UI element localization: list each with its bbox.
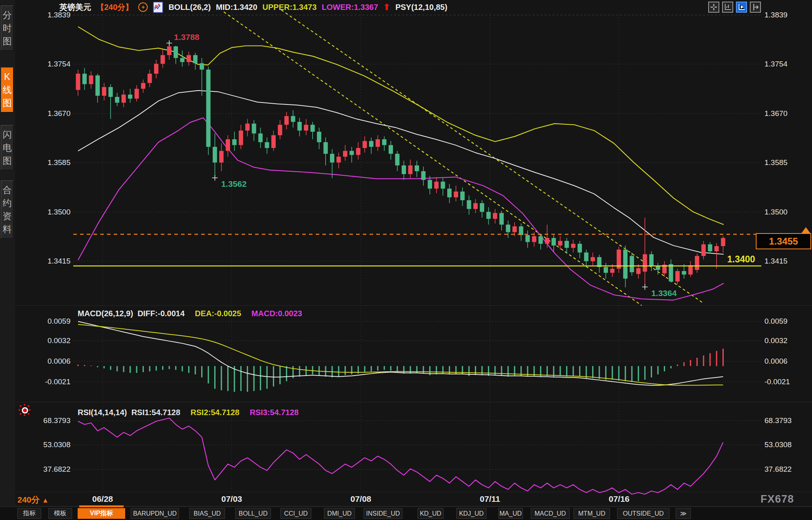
add-indicator-icon[interactable]: +	[138, 2, 148, 12]
rsi-line	[78, 418, 723, 494]
sidebar-item-1[interactable]: 分时图	[1, 6, 13, 51]
candle-body	[513, 226, 517, 232]
period-up-triangle-icon: ▲	[42, 497, 49, 504]
crosshair-tool-icon[interactable]	[708, 2, 719, 13]
candle-body	[102, 87, 106, 96]
candle-body	[304, 125, 308, 131]
sidebar-item-char: 合	[3, 185, 12, 195]
candle-body	[128, 95, 132, 99]
chart-canvas[interactable]: 1.34001.38391.38391.37541.37541.36701.36…	[0, 0, 812, 520]
bottom-tab-6[interactable]: BOLL_UD	[235, 508, 271, 519]
rsi-axis-label-left: 53.0308	[43, 440, 71, 449]
date-axis-label: 06/28	[92, 494, 113, 503]
bottom-tab-12[interactable]: MA_UD	[498, 508, 523, 519]
bottom-tab-13[interactable]: MACD_UD	[531, 508, 570, 519]
candle-body	[109, 87, 113, 97]
sidebar-item-char: K	[4, 72, 10, 82]
sidebar-item-3[interactable]: 闪电图	[1, 125, 13, 170]
candle-body	[122, 95, 126, 103]
candle-body	[167, 46, 172, 55]
candle-body	[408, 165, 412, 174]
candle-body	[291, 116, 295, 122]
bottom-tab-16[interactable]: ≫	[676, 508, 691, 519]
macd-axis-label-left: 0.0032	[48, 336, 71, 345]
boll-mid-band	[78, 91, 724, 254]
candle-body	[278, 125, 282, 135]
sidebar-item-char: 电	[3, 142, 12, 153]
candle-body	[82, 74, 87, 84]
price-axis-label-right: 1.3500	[764, 208, 787, 216]
bottom-tab-2[interactable]: 模板	[48, 508, 72, 519]
candle-body	[193, 55, 198, 63]
mini-chart-icon[interactable]	[153, 2, 163, 13]
macd-axis-label-right: -0.0021	[764, 378, 790, 386]
period-label: 【240分】	[96, 2, 133, 13]
candle-body	[369, 141, 374, 147]
candle-body	[591, 257, 595, 261]
bottom-tab-1[interactable]: 指标	[17, 508, 41, 519]
chart-scrollbar-thumb[interactable]	[79, 505, 124, 507]
candle-body	[532, 236, 536, 242]
candle-body	[402, 165, 406, 174]
chart-toolbar	[708, 2, 761, 13]
candle-body	[578, 244, 582, 252]
bottom-tab-10[interactable]: KD_UD	[417, 508, 444, 519]
bottom-tab-7[interactable]: CCI_UD	[280, 508, 311, 519]
candle-body	[219, 151, 223, 162]
candle-body	[669, 264, 673, 281]
symbol-name: 英镑美元	[59, 2, 91, 13]
play-chart-tool-icon[interactable]	[736, 2, 747, 13]
candle-body	[349, 151, 354, 155]
candle-body	[467, 200, 471, 209]
macd-axis-label-left: -0.0021	[45, 378, 71, 386]
bottom-tab-3[interactable]: VIP指标	[78, 508, 125, 519]
candle-body	[610, 269, 614, 273]
bottom-tab-14[interactable]: MTM_UD	[574, 508, 610, 519]
candle-body	[584, 252, 589, 261]
candle-body	[545, 238, 549, 244]
macd-axis-label-right: 0.0059	[764, 317, 787, 325]
sidebar-item-2[interactable]: K线图	[1, 67, 13, 112]
live-status-icon	[19, 404, 30, 416]
candle-body	[480, 203, 484, 212]
sidebar-item-char: 线	[3, 85, 12, 95]
bottom-tab-4[interactable]: BARUPDN_UD	[131, 508, 179, 519]
trendline	[224, 12, 642, 306]
candle-body	[643, 254, 647, 271]
candle-body	[460, 192, 465, 200]
candle-body	[656, 266, 660, 270]
candle-body	[428, 180, 432, 189]
candle-body	[382, 139, 387, 145]
bottom-tab-15[interactable]: OUTSIDE_UD	[617, 508, 669, 519]
candle-body	[232, 139, 236, 145]
annotation-low-label: 1.3562	[221, 179, 246, 188]
candle-body	[493, 213, 497, 219]
macd-axis-label-right: 0.0006	[764, 357, 787, 365]
bottom-tab-11[interactable]: KDJ_UD	[456, 508, 486, 519]
candle-body	[675, 271, 680, 281]
candle-body	[206, 70, 211, 147]
candle-body	[395, 154, 400, 165]
footer-period-selector[interactable]: 240分 ▲	[17, 494, 49, 505]
chart-header: 英镑美元 【240分】 + BOLL(26,2) MID:1.3420 UPPE…	[59, 1, 447, 13]
axis-scale-tool-icon[interactable]	[722, 2, 733, 13]
price-axis-label-left: 1.3585	[48, 158, 71, 167]
sidebar-item-4[interactable]: 合约资料	[1, 180, 13, 239]
support-hline-label: 1.3400	[727, 254, 755, 264]
candle-body	[337, 157, 341, 163]
candle-body	[499, 213, 504, 224]
macd-macd-value: MACD:0.0023	[252, 309, 302, 318]
sidebar-item-char: 料	[3, 224, 12, 234]
pan-right-tool-icon[interactable]	[750, 2, 761, 13]
candle-body	[89, 76, 93, 84]
rsi-axis-label-right: 37.6822	[764, 465, 792, 473]
date-axis-label: 07/03	[221, 494, 242, 503]
trading-app-window: 1.34001.38391.38391.37541.37541.36701.36…	[0, 0, 812, 520]
bottom-tab-8[interactable]: DMI_UD	[324, 508, 355, 519]
trendline	[281, 10, 704, 304]
macd-axis-label-right: 0.0032	[764, 336, 787, 345]
candle-body	[558, 241, 562, 246]
candle-body	[141, 83, 145, 89]
bottom-tab-5[interactable]: BIAS_UD	[189, 508, 225, 519]
bottom-tab-9[interactable]: INSIDE_UD	[364, 508, 402, 519]
